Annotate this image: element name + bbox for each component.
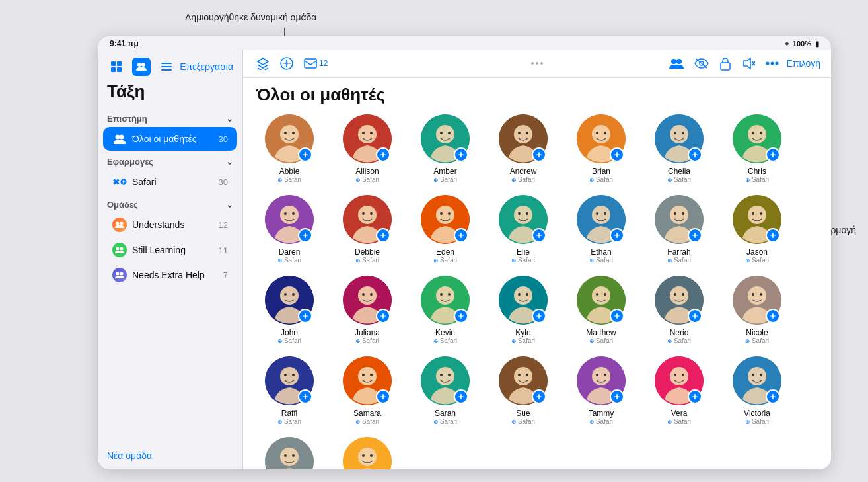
compass-icon-button[interactable] xyxy=(277,54,296,73)
svg-point-182 xyxy=(592,286,610,305)
student-app-label: ⊕Safari xyxy=(355,418,379,425)
svg-point-206 xyxy=(280,367,299,385)
student-card-chella[interactable]: Chella⊕Safari xyxy=(646,114,712,183)
new-group-button[interactable]: Νέα ομάδα xyxy=(107,450,152,461)
svg-point-104 xyxy=(370,212,373,215)
safari-badge-icon xyxy=(766,228,780,243)
svg-rect-25 xyxy=(305,59,316,68)
svg-point-159 xyxy=(362,293,365,296)
svg-point-192 xyxy=(682,293,684,296)
student-row-3: Raffi⊕Safari Samara⊕Safari Sarah⊕Safari … xyxy=(256,356,818,425)
svg-point-120 xyxy=(526,212,528,215)
student-app-icon: ⊕ xyxy=(277,338,283,344)
student-name: Amber xyxy=(433,167,456,176)
svg-marker-31 xyxy=(744,58,750,69)
student-card-samara[interactable]: Samara⊕Safari xyxy=(334,356,400,425)
layers-icon-button[interactable] xyxy=(254,54,272,73)
student-card-chris[interactable]: Chris⊕Safari xyxy=(724,114,790,183)
svg-point-70 xyxy=(592,125,610,143)
student-app-label: ⊕Safari xyxy=(745,257,769,264)
student-card-daren[interactable]: Daren⊕Safari xyxy=(256,195,322,264)
student-card-jason[interactable]: Jason⊕Safari xyxy=(724,195,790,264)
student-name: Ethan xyxy=(591,247,611,257)
student-card-allison[interactable]: Allison⊕Safari xyxy=(334,114,400,183)
svg-point-150 xyxy=(280,286,299,305)
student-card-victoria[interactable]: Victoria⊕Safari xyxy=(724,356,790,425)
svg-point-102 xyxy=(358,206,377,224)
student-card-abbie[interactable]: Abbie⊕Safari xyxy=(256,114,322,183)
sidebar-item-safari[interactable]: ✖ Safari 30 xyxy=(103,170,237,194)
lock-icon-button[interactable] xyxy=(717,54,734,73)
student-card-kyle[interactable]: Kyle⊕Safari xyxy=(490,276,556,344)
sidebar-list-icon[interactable] xyxy=(157,58,176,76)
more-icon-button[interactable] xyxy=(763,59,781,68)
student-card-ethan[interactable]: Ethan⊕Safari xyxy=(568,195,634,264)
student-card-debbie[interactable]: Debbie⊕Safari xyxy=(334,195,400,264)
svg-marker-24 xyxy=(285,59,288,68)
avatar-wrap xyxy=(655,276,704,325)
page-header: Όλοι οι μαθητές xyxy=(243,78,831,108)
avatar-wrap xyxy=(577,276,626,325)
student-card-raffi[interactable]: Raffi⊕Safari xyxy=(256,356,322,425)
student-card-[interactable]: ...⊕Safari xyxy=(256,437,322,469)
all-students-label: Όλοι οι μαθητές xyxy=(132,134,196,144)
sidebar-title: Τάξη xyxy=(98,79,242,108)
sidebar-item-still-learning[interactable]: Still Learning 11 xyxy=(103,238,237,262)
svg-point-143 xyxy=(752,212,754,215)
svg-point-263 xyxy=(284,454,287,457)
svg-point-55 xyxy=(440,132,443,134)
eye-icon-button[interactable] xyxy=(692,56,711,71)
ipad-frame: 9:41 πμ ⌖ 100% ▮ xyxy=(98,36,831,469)
mute-icon-button[interactable] xyxy=(739,54,758,73)
avatar-wrap xyxy=(265,356,314,405)
student-card-amber[interactable]: Amber⊕Safari xyxy=(412,114,478,183)
safari-badge-icon xyxy=(376,389,390,404)
student-card-nerio[interactable]: Nerio⊕Safari xyxy=(646,276,712,344)
avatar-wrap xyxy=(265,195,314,244)
student-app-icon: ⊕ xyxy=(355,177,361,183)
needs-extra-help-count: 7 xyxy=(223,270,228,280)
student-card-matthew[interactable]: Matthew⊕Safari xyxy=(568,276,634,344)
safari-badge-icon xyxy=(532,389,546,404)
mail-icon-button[interactable]: 12 xyxy=(301,56,330,71)
student-app-label: ⊕Safari xyxy=(511,418,535,425)
student-card-nicole[interactable]: Nicole⊕Safari xyxy=(724,276,790,344)
group-icon-button[interactable] xyxy=(667,55,686,72)
svg-point-35 xyxy=(770,62,774,65)
student-app-icon: ⊕ xyxy=(511,257,517,264)
student-card-andrew[interactable]: Andrew⊕Safari xyxy=(490,114,556,183)
student-name: Farrah xyxy=(667,247,690,257)
svg-point-16 xyxy=(120,222,124,225)
student-card-elie[interactable]: Elie⊕Safari xyxy=(490,195,556,264)
student-app-label: ⊕Safari xyxy=(589,176,613,183)
toolbar-right: Επιλογή xyxy=(667,54,820,73)
student-card-eden[interactable]: Eden⊕Safari xyxy=(412,195,478,264)
sidebar-item-needs-extra-help[interactable]: Needs Extra Help 7 xyxy=(103,263,237,287)
student-app-icon: ⊕ xyxy=(589,177,595,183)
avatar-wrap xyxy=(499,114,548,163)
student-card-vera[interactable]: Vera⊕Safari xyxy=(646,356,712,425)
student-card-brian[interactable]: Brian⊕Safari xyxy=(568,114,634,183)
student-card-john[interactable]: John⊕Safari xyxy=(256,276,322,344)
svg-point-200 xyxy=(760,293,762,296)
student-card-sue[interactable]: Sue⊕Safari xyxy=(490,356,556,425)
sidebar-item-all-students[interactable]: Όλοι οι μαθητές 30 xyxy=(103,127,237,151)
student-card-sarah[interactable]: Sarah⊕Safari xyxy=(412,356,478,425)
sidebar-grid-icon[interactable] xyxy=(107,58,126,76)
svg-point-88 xyxy=(760,132,762,134)
svg-point-184 xyxy=(604,293,606,296)
sidebar-people-icon[interactable] xyxy=(132,58,151,76)
safari-icon: ✖ xyxy=(112,175,127,189)
student-card-[interactable]: ...⊕Safari xyxy=(334,437,400,469)
svg-point-26 xyxy=(671,59,676,64)
svg-point-96 xyxy=(292,212,295,215)
edit-button[interactable]: Επεξεργασία xyxy=(180,61,233,72)
student-card-farrah[interactable]: Farrah⊕Safari xyxy=(646,195,712,264)
toolbar-left: 12 xyxy=(254,54,330,73)
sidebar-item-understands[interactable]: Understands 12 xyxy=(103,213,237,237)
student-card-tammy[interactable]: Tammy⊕Safari xyxy=(568,356,634,425)
student-card-kevin[interactable]: Kevin⊕Safari xyxy=(412,276,478,344)
student-card-juliana[interactable]: Juliana⊕Safari xyxy=(334,276,400,344)
svg-point-199 xyxy=(752,293,754,296)
select-button[interactable]: Επιλογή xyxy=(787,58,820,69)
